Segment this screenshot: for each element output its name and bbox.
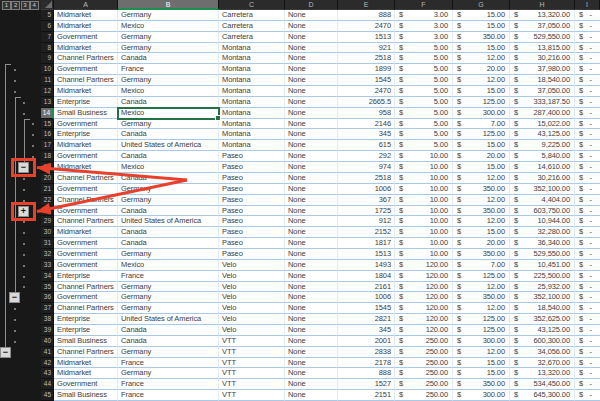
cell-E19[interactable]: 974	[338, 162, 395, 173]
collapse-minus-button-row-19[interactable]: −	[18, 162, 29, 173]
column-header-D[interactable]: D	[285, 0, 338, 10]
cell-C5[interactable]: Carretera	[219, 10, 285, 21]
cell-D14[interactable]: None	[285, 108, 338, 119]
cell-D40[interactable]: None	[285, 336, 338, 347]
cell-F5[interactable]: $3.00	[395, 10, 453, 21]
row-header-9[interactable]: 9	[41, 53, 54, 64]
cell-H43[interactable]: $13,320.00	[510, 368, 575, 379]
cell-I45[interactable]: $-	[575, 390, 600, 401]
cell-F44[interactable]: $250.00	[395, 379, 453, 390]
cell-F35[interactable]: $120.00	[395, 282, 453, 292]
cell-G10[interactable]: $20.00	[453, 64, 510, 75]
cell-H32[interactable]: $529,550.00	[510, 249, 575, 260]
cell-F32[interactable]: $10.00	[395, 249, 453, 260]
cell-G30[interactable]: $15.00	[453, 227, 510, 238]
cell-B8[interactable]: Germany	[118, 43, 219, 53]
cell-F33[interactable]: $120.00	[395, 260, 453, 271]
cell-E7[interactable]: 1513	[338, 32, 395, 43]
row-header-40[interactable]: 40	[41, 336, 54, 347]
cell-A40[interactable]: Small Business	[54, 336, 118, 347]
cell-D9[interactable]: None	[285, 53, 338, 64]
cell-F36[interactable]: $120.00	[395, 292, 453, 303]
cell-D15[interactable]: None	[285, 119, 338, 129]
cell-F22[interactable]: $10.00	[395, 195, 453, 206]
cell-F10[interactable]: $5.00	[395, 64, 453, 75]
cell-D28[interactable]: None	[285, 206, 338, 216]
cell-G6[interactable]: $15.00	[453, 21, 510, 32]
cell-B37[interactable]: Germany	[118, 303, 219, 314]
cell-F20[interactable]: $10.00	[395, 173, 453, 184]
cell-F38[interactable]: $120.00	[395, 314, 453, 325]
cell-B20[interactable]: Canada	[118, 173, 219, 184]
cell-E38[interactable]: 2821	[338, 314, 395, 325]
cell-G20[interactable]: $12.00	[453, 173, 510, 184]
cell-C10[interactable]: Montana	[219, 64, 285, 75]
cell-G18[interactable]: $20.00	[453, 151, 510, 162]
cell-F42[interactable]: $250.00	[395, 358, 453, 368]
expand-plus-button-row-28[interactable]: +	[18, 206, 29, 217]
cell-H45[interactable]: $645,300.00	[510, 390, 575, 401]
cell-D17[interactable]: None	[285, 140, 338, 151]
cell-I28[interactable]: $-	[575, 206, 600, 216]
cell-E33[interactable]: 1493	[338, 260, 395, 271]
cell-E10[interactable]: 1899	[338, 64, 395, 75]
cell-E15[interactable]: 2146	[338, 119, 395, 129]
cell-D8[interactable]: None	[285, 43, 338, 53]
cell-B44[interactable]: France	[118, 379, 219, 390]
cell-C9[interactable]: Montana	[219, 53, 285, 64]
column-header-B[interactable]: B	[118, 0, 219, 10]
cell-H16[interactable]: $43,125.00	[510, 129, 575, 140]
cell-I39[interactable]: $-	[575, 325, 600, 336]
cell-I8[interactable]: $-	[575, 43, 600, 53]
cell-G41[interactable]: $12.00	[453, 347, 510, 358]
cell-D32[interactable]: None	[285, 249, 338, 260]
cell-B11[interactable]: Germany	[118, 75, 219, 86]
cell-I44[interactable]: $-	[575, 379, 600, 390]
cell-E5[interactable]: 888	[338, 10, 395, 21]
cell-E18[interactable]: 292	[338, 151, 395, 162]
cell-G29[interactable]: $12.00	[453, 216, 510, 227]
row-header-11[interactable]: 11	[41, 75, 54, 86]
cell-C17[interactable]: Montana	[219, 140, 285, 151]
cell-D6[interactable]: None	[285, 21, 338, 32]
cell-B22[interactable]: Germany	[118, 195, 219, 206]
cell-C45[interactable]: VTT	[219, 390, 285, 401]
cell-H6[interactable]: $37,050.00	[510, 21, 575, 32]
cell-H30[interactable]: $32,280.00	[510, 227, 575, 238]
cell-A13[interactable]: Enterprise	[54, 97, 118, 108]
cell-E32[interactable]: 1513	[338, 249, 395, 260]
cell-I40[interactable]: $-	[575, 336, 600, 347]
column-header-I[interactable]: I	[575, 0, 600, 10]
cell-G40[interactable]: $300.00	[453, 336, 510, 347]
cell-I17[interactable]: $-	[575, 140, 600, 151]
row-header-17[interactable]: 17	[41, 140, 54, 151]
row-header-44[interactable]: 44	[41, 379, 54, 390]
cell-I37[interactable]: $-	[575, 303, 600, 314]
cell-B32[interactable]: Germany	[118, 249, 219, 260]
cell-F15[interactable]: $5.00	[395, 119, 453, 129]
row-header-18[interactable]: 18	[41, 151, 54, 162]
cell-E6[interactable]: 2470	[338, 21, 395, 32]
cell-I19[interactable]: $-	[575, 162, 600, 173]
cell-C38[interactable]: Velo	[219, 314, 285, 325]
cell-B19[interactable]: Mexico	[118, 162, 219, 173]
cell-C32[interactable]: Paseo	[219, 249, 285, 260]
cell-F40[interactable]: $250.00	[395, 336, 453, 347]
cell-I11[interactable]: $-	[575, 75, 600, 86]
cell-H14[interactable]: $287,400.00	[510, 108, 575, 119]
cell-H35[interactable]: $25,932.00	[510, 282, 575, 292]
cell-H11[interactable]: $18,540.00	[510, 75, 575, 86]
cell-C43[interactable]: VTT	[219, 368, 285, 379]
cell-I7[interactable]: $-	[575, 32, 600, 43]
cell-B16[interactable]: Canada	[118, 129, 219, 140]
cell-H39[interactable]: $43,125.00	[510, 325, 575, 336]
cell-D12[interactable]: None	[285, 86, 338, 97]
cell-E28[interactable]: 1725	[338, 206, 395, 216]
cell-F17[interactable]: $5.00	[395, 140, 453, 151]
cell-D41[interactable]: None	[285, 347, 338, 358]
cell-D29[interactable]: None	[285, 216, 338, 227]
cell-H44[interactable]: $534,450.00	[510, 379, 575, 390]
cell-A15[interactable]: Government	[54, 119, 118, 129]
cell-E9[interactable]: 2518	[338, 53, 395, 64]
cell-I16[interactable]: $-	[575, 129, 600, 140]
